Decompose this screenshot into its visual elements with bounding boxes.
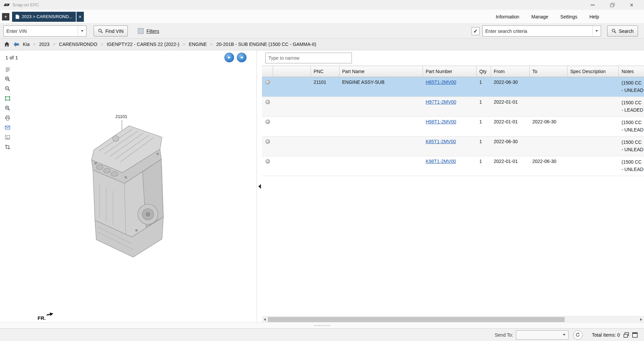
home-icon	[4, 42, 10, 47]
filters-label[interactable]: Filters	[146, 29, 159, 34]
menu-item-help[interactable]: Help	[589, 14, 599, 19]
tab-active[interactable]: 2023 > CARENS/ROND...	[12, 12, 76, 22]
chevron-right-icon: >	[210, 42, 213, 47]
checkmark-icon: ✓	[473, 28, 478, 34]
zoom-select-button[interactable]	[3, 104, 12, 112]
crop-button[interactable]	[3, 143, 12, 151]
cascade-windows-button[interactable]	[623, 331, 630, 339]
filters-checkbox[interactable]	[138, 28, 144, 34]
column-header-thumbnail[interactable]	[273, 66, 311, 77]
send-button[interactable]	[573, 330, 583, 340]
cell-pnc	[311, 117, 339, 136]
new-tab-button[interactable]: +	[2, 13, 9, 20]
maximize-panel-button[interactable]	[631, 331, 639, 339]
breadcrumb-item-year[interactable]: 2023	[39, 42, 49, 47]
table-row[interactable]: + K98T1-2MV00 1 2022-01-01 2022-06-30 (1…	[262, 156, 644, 176]
maximize-button[interactable]	[608, 2, 616, 8]
pages-list-button[interactable]	[3, 65, 12, 73]
breadcrumb-item-group[interactable]: ENGINE	[189, 42, 207, 47]
triangle-left-icon	[264, 318, 266, 321]
tab-close-button[interactable]: ×	[76, 12, 84, 22]
expand-row-icon[interactable]: +	[265, 119, 270, 124]
vin-combo	[3, 25, 87, 37]
menu-item-settings[interactable]: Settings	[560, 14, 578, 19]
vin-dropdown-button[interactable]	[78, 26, 86, 36]
column-header-notes[interactable]: Notes	[619, 66, 644, 77]
column-header-part-name[interactable]: Part Name	[339, 66, 423, 77]
minimize-button[interactable]	[589, 2, 596, 8]
cell-from: 2022-06-30	[491, 77, 530, 97]
send-to-dropdown-button[interactable]	[560, 331, 568, 339]
column-header-pnc[interactable]: PNC	[311, 66, 339, 77]
horizontal-scrollbar[interactable]	[262, 316, 644, 322]
column-header-to[interactable]: To	[530, 66, 568, 77]
breadcrumb-item-make[interactable]: Kia	[23, 42, 30, 47]
horizontal-scrollbar-thumb[interactable]	[268, 317, 565, 322]
zoom-out-button[interactable]	[3, 84, 12, 93]
zoom-in-icon	[5, 76, 10, 82]
back-button[interactable]	[13, 42, 19, 47]
column-header-from[interactable]: From	[491, 66, 530, 77]
previous-page-button[interactable]	[224, 53, 234, 62]
part-number-link[interactable]: K85T1-2MV00	[426, 139, 456, 144]
horizontal-resize-grip[interactable]	[0, 322, 644, 328]
part-number-link[interactable]: H97T1-2MV00	[426, 99, 456, 105]
next-page-button[interactable]	[237, 53, 247, 62]
table-row[interactable]: + H98T1-2MV00 1 2022-01-01 2022-06-30 (1…	[262, 117, 644, 136]
menu-item-manage[interactable]: Manage	[531, 14, 548, 19]
refresh-icon	[575, 332, 580, 337]
engine-illustration[interactable]	[75, 116, 191, 270]
table-row[interactable]: + 21101 ENGINE ASSY-SUB H85T1-2MV00 1 20…	[262, 77, 644, 97]
send-to-dropdown[interactable]	[516, 330, 569, 340]
expand-row-icon[interactable]: +	[265, 100, 270, 104]
search-dropdown-button[interactable]	[592, 26, 601, 36]
column-header-qty[interactable]: Qty	[477, 66, 491, 77]
close-button[interactable]: ×	[628, 2, 635, 8]
column-header-expand[interactable]	[262, 66, 273, 77]
cell-thumbnail	[273, 156, 311, 176]
panel-splitter[interactable]	[257, 50, 262, 322]
triangle-right-icon	[640, 318, 642, 321]
breadcrumb-item-catalog[interactable]: IGENPTY22 - CARENS 22 (2022-)	[107, 42, 179, 47]
home-button[interactable]	[4, 42, 10, 47]
expand-row-icon[interactable]: +	[265, 80, 270, 84]
breadcrumb-item-model[interactable]: CARENS/RONDO	[59, 42, 97, 47]
illustration-canvas[interactable]: 21101	[0, 64, 257, 322]
expand-row-icon[interactable]: +	[265, 139, 270, 144]
search-criteria-combo	[482, 25, 601, 37]
expand-row-icon[interactable]: +	[265, 159, 270, 164]
breadcrumb: Kia > 2023 > CARENS/RONDO > IGENPTY22 - …	[0, 39, 644, 50]
menu-item-information[interactable]: Information	[496, 14, 519, 19]
print-icon	[5, 115, 10, 121]
cell-thumbnail	[273, 117, 311, 136]
vin-input[interactable]	[4, 29, 78, 34]
column-header-spec-description[interactable]: Spec Description	[568, 66, 619, 77]
table-row[interactable]: + K85T1-2MV00 1 2022-06-30 (1500 CC- UNL…	[262, 136, 644, 156]
column-header-part-number[interactable]: Part Number	[423, 66, 477, 77]
search-criteria-input[interactable]	[483, 29, 592, 34]
table-row[interactable]: + H97T1-2MV00 1 2022-01-01 (1500 CC- LEA…	[262, 97, 644, 117]
type-to-narrow-input[interactable]	[265, 53, 352, 63]
scroll-right-button[interactable]	[638, 317, 644, 322]
breadcrumb-item-section[interactable]: 20-201B - SUB ENGINE (1500 CC - GAMMA-II…	[216, 42, 316, 47]
search-button[interactable]: Search	[607, 25, 638, 37]
cell-spec-description	[568, 156, 619, 176]
search-scope-toggle[interactable]: ✓	[472, 27, 480, 35]
scroll-left-button[interactable]	[262, 317, 268, 322]
main-area: 1 of 1	[0, 50, 644, 322]
total-items-label: Total Items: 0	[592, 332, 620, 338]
export-image-button[interactable]	[3, 133, 12, 141]
image-icon	[5, 134, 10, 140]
part-number-link[interactable]: H85T1-2MV00	[426, 79, 456, 85]
cell-notes: (1500 CC- UNLEAD	[619, 156, 644, 176]
find-vin-button[interactable]: Find VIN	[94, 25, 128, 37]
email-button[interactable]	[3, 123, 12, 132]
part-number-link[interactable]: H98T1-2MV00	[426, 119, 456, 124]
print-button[interactable]	[3, 114, 12, 122]
cell-part-name	[339, 136, 423, 156]
fit-region-button[interactable]	[3, 94, 12, 103]
cell-to	[530, 97, 568, 116]
app-logo-icon	[3, 3, 10, 7]
part-number-link[interactable]: K98T1-2MV00	[426, 159, 456, 164]
zoom-in-button[interactable]	[3, 75, 12, 83]
